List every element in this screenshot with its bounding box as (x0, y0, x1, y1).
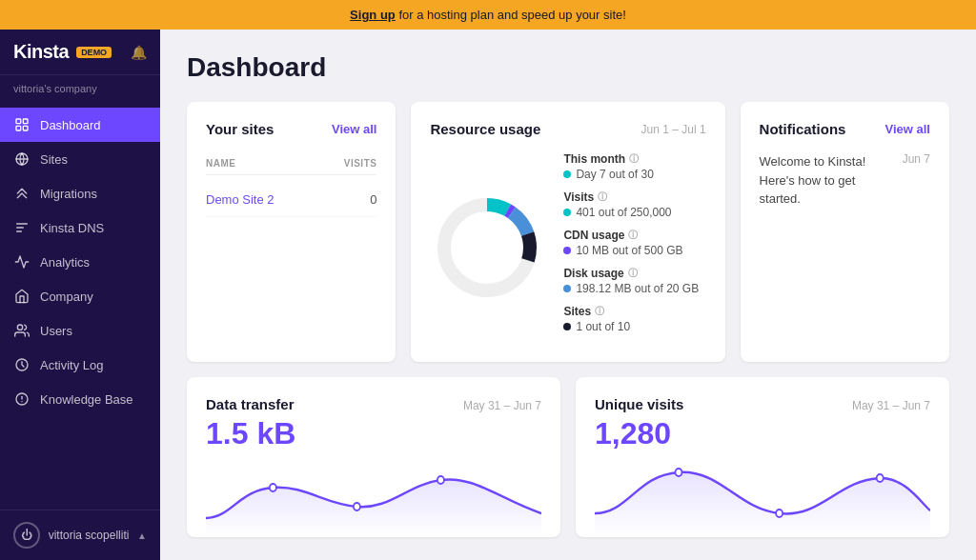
your-sites-card: Your sites View all NAME VISITS Demo Sit… (187, 102, 396, 362)
sidebar-header: Kinsta DEMO 🔔 (0, 30, 160, 75)
svg-rect-2 (16, 126, 21, 130)
svg-point-19 (776, 510, 783, 517)
sidebar-item-company[interactable]: Company (0, 279, 160, 313)
sidebar-label-company: Company (40, 290, 93, 304)
dot-cdn (563, 247, 571, 254)
dot-disk (563, 285, 571, 292)
col-name-header: NAME (206, 158, 235, 169)
demo-badge: DEMO (76, 47, 112, 58)
resource-content: This month ⓘ Day 7 out of 30 Visits (430, 152, 705, 343)
notification-bell-icon[interactable]: 🔔 (131, 45, 147, 60)
stat-visits-value: 401 out of 250,000 (563, 206, 705, 219)
data-transfer-card: Data transfer May 31 – Jun 7 1.5 kB (187, 377, 560, 537)
sidebar-item-analytics[interactable]: Analytics (0, 245, 160, 279)
notification-item: Welcome to Kinsta! Here's how to get sta… (760, 152, 930, 209)
svg-rect-1 (23, 119, 28, 124)
users-icon (13, 322, 30, 339)
activity-log-icon (13, 356, 30, 373)
sidebar-label-users: Users (40, 324, 72, 338)
sidebar-item-knowledge-base[interactable]: Knowledge Base (0, 382, 160, 416)
sidebar-label-knowledge-base: Knowledge Base (40, 392, 133, 407)
nav-menu: Dashboard Sites Migrations (0, 104, 160, 510)
your-sites-view-all[interactable]: View all (332, 122, 376, 136)
svg-point-20 (877, 474, 884, 482)
stat-visits-label: Visits ⓘ (563, 190, 705, 204)
unique-visits-chart (595, 461, 930, 537)
dot-sites (563, 323, 571, 330)
analytics-icon (13, 253, 30, 270)
dashboard-icon (13, 116, 30, 133)
data-transfer-date: May 31 – Jun 7 (463, 399, 541, 412)
sidebar-label-sites: Sites (40, 152, 68, 167)
page-title: Dashboard (187, 52, 949, 83)
stat-sites-value: 1 out of 10 (563, 320, 705, 333)
unique-visits-header: Unique visits May 31 – Jun 7 (595, 396, 930, 412)
stat-cdn-label: CDN usage ⓘ (563, 229, 705, 242)
notifications-body: Welcome to Kinsta! Here's how to get sta… (760, 152, 930, 209)
dot-teal (563, 170, 571, 178)
top-banner: Sign up for a hosting plan and speed up … (0, 0, 976, 30)
resource-usage-card: Resource usage Jun 1 – Jul 1 (411, 102, 724, 362)
sidebar-label-analytics: Analytics (40, 255, 90, 270)
svg-point-17 (437, 476, 444, 484)
visits-info-icon[interactable]: ⓘ (598, 190, 607, 204)
unique-visits-title: Unique visits (595, 396, 683, 412)
notification-date: Jun 7 (903, 152, 930, 209)
data-transfer-chart (206, 461, 541, 537)
sidebar-item-dashboard[interactable]: Dashboard (0, 108, 160, 142)
disk-info-icon[interactable]: ⓘ (628, 267, 638, 280)
stat-cdn: CDN usage ⓘ 10 MB out of 500 GB (563, 229, 705, 257)
unique-visits-date: May 31 – Jun 7 (852, 399, 930, 412)
stat-cdn-value: 10 MB out of 500 GB (563, 244, 705, 257)
sites-info-icon[interactable]: ⓘ (595, 305, 604, 318)
resource-stats: This month ⓘ Day 7 out of 30 Visits (563, 152, 705, 343)
stat-this-month: This month ⓘ Day 7 out of 30 (563, 152, 705, 181)
data-transfer-value: 1.5 kB (206, 416, 541, 451)
notifications-view-all[interactable]: View all (885, 122, 930, 136)
resource-usage-header: Resource usage Jun 1 – Jul 1 (430, 121, 705, 137)
logo-text: Kinsta (13, 41, 69, 63)
user-info: vittoria scopelliti (49, 529, 130, 542)
notifications-card: Notifications View all Welcome to Kinsta… (741, 102, 949, 362)
data-transfer-title: Data transfer (206, 396, 295, 412)
dot-visits (563, 209, 571, 216)
knowledge-base-icon (13, 390, 30, 408)
resource-usage-date: Jun 1 – Jul 1 (641, 123, 706, 136)
sites-table-header: NAME VISITS (206, 152, 376, 175)
sidebar-label-migrations: Migrations (40, 187, 97, 201)
sidebar-label-activity-log: Activity Log (40, 358, 103, 372)
svg-rect-0 (16, 119, 21, 124)
donut-chart (430, 190, 544, 305)
user-name-label: vittoria scopelliti (49, 529, 130, 542)
site-visits-count: 0 (370, 192, 376, 207)
site-name-link[interactable]: Demo Site 2 (206, 192, 274, 207)
stat-disk: Disk usage ⓘ 198.12 MB out of 20 GB (563, 267, 705, 295)
sidebar-item-users[interactable]: Users (0, 313, 160, 348)
your-sites-header: Your sites View all (206, 121, 376, 137)
sidebar-item-activity-log[interactable]: Activity Log (0, 348, 160, 382)
banner-text: for a hosting plan and speed up your sit… (396, 8, 626, 22)
chevron-up-icon[interactable]: ▲ (137, 530, 147, 541)
signup-link[interactable]: Sign up (350, 8, 396, 22)
sidebar-item-migrations[interactable]: Migrations (0, 176, 160, 210)
company-name: vittoria's company (0, 75, 160, 104)
your-sites-title: Your sites (206, 121, 274, 137)
sites-icon (13, 150, 30, 168)
stat-disk-value: 198.12 MB out of 20 GB (563, 282, 705, 295)
sidebar-item-kinsta-dns[interactable]: Kinsta DNS (0, 210, 160, 245)
sidebar-label-dashboard: Dashboard (40, 118, 101, 132)
notifications-header: Notifications View all (760, 121, 930, 137)
power-icon[interactable]: ⏻ (13, 522, 40, 549)
svg-point-15 (270, 484, 276, 491)
info-icon[interactable]: ⓘ (629, 152, 639, 166)
unique-visits-card: Unique visits May 31 – Jun 7 1,280 (576, 377, 949, 537)
col-visits-header: VISITS (344, 158, 377, 169)
resource-usage-title: Resource usage (430, 121, 540, 137)
company-icon (13, 288, 30, 305)
stat-sites: Sites ⓘ 1 out of 10 (563, 305, 705, 333)
sidebar: Kinsta DEMO 🔔 vittoria's company Dashboa… (0, 30, 160, 560)
cdn-info-icon[interactable]: ⓘ (628, 229, 638, 242)
svg-point-16 (354, 503, 360, 510)
sidebar-footer: ⏻ vittoria scopelliti ▲ (0, 510, 160, 560)
sidebar-item-sites[interactable]: Sites (0, 142, 160, 176)
